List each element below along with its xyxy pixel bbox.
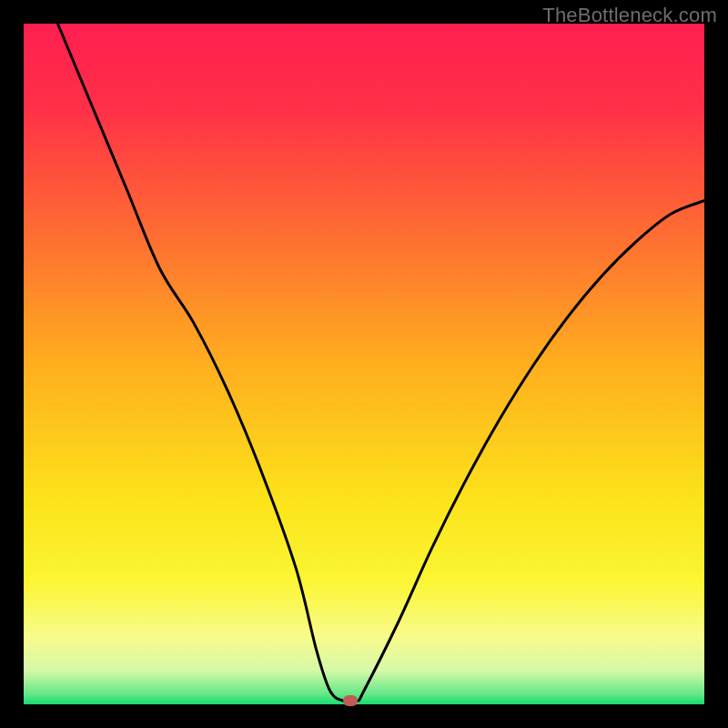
chart-frame: TheBottleneck.com	[0, 0, 728, 728]
plot-area	[24, 24, 704, 704]
watermark-text: TheBottleneck.com	[542, 4, 717, 27]
minimum-marker	[343, 695, 358, 706]
bottleneck-curve	[24, 24, 704, 704]
